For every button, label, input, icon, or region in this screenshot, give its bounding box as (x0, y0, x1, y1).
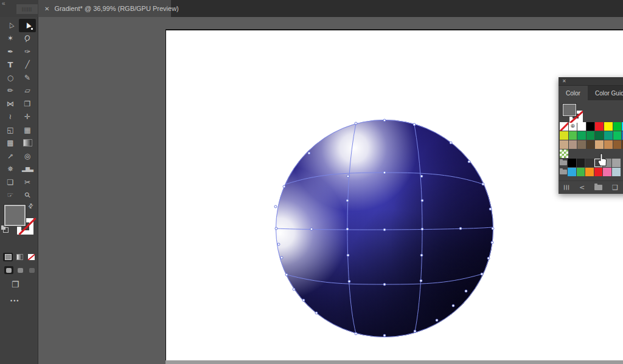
swatch[interactable] (595, 122, 604, 131)
tool-curvature-tool[interactable]: ✑ (19, 45, 36, 58)
tool-blend-tool[interactable]: ◎ (19, 149, 36, 163)
swatch[interactable] (595, 131, 604, 140)
swatch[interactable] (613, 140, 622, 149)
collapse-panel-icon[interactable]: « (2, 0, 5, 7)
swatch[interactable] (577, 168, 585, 176)
default-fill-stroke-icon[interactable] (1, 225, 9, 233)
color-button[interactable] (3, 253, 13, 261)
eyedropper-tool-icon: ⊸ (5, 151, 15, 161)
swatch[interactable] (612, 168, 621, 176)
tool-paintbrush-tool[interactable]: ✎ (19, 71, 36, 84)
swatch[interactable] (577, 140, 586, 149)
tool-width-tool[interactable]: ≀ (2, 111, 19, 124)
tool-gradient-tool[interactable] (19, 137, 36, 150)
tool-eyedropper-tool[interactable]: ⊸ (2, 149, 19, 163)
tool-reflect-tool[interactable]: ⋈ (2, 97, 19, 111)
swatch-pattern[interactable] (560, 149, 568, 158)
draw-normal-button[interactable] (4, 266, 13, 274)
tool-shaper-tool[interactable]: ✏ (2, 84, 19, 98)
swatch[interactable] (569, 140, 577, 149)
swatch[interactable] (603, 168, 611, 176)
swatch[interactable] (604, 131, 613, 140)
draw-behind-button[interactable] (16, 266, 25, 274)
swatch[interactable] (613, 122, 622, 131)
close-panel-icon[interactable]: ✕ (562, 78, 566, 84)
tool-symbol-sprayer-tool[interactable]: ✵ (2, 163, 19, 176)
line-segment-tool-icon: ╱ (25, 60, 29, 69)
gradient-mesh-object[interactable] (276, 120, 493, 337)
panel-fill-swatch[interactable] (563, 104, 576, 116)
tab-color[interactable]: Color (559, 86, 588, 100)
color-group-folder-icon[interactable] (560, 170, 567, 174)
width-tool-icon: ≀ (9, 112, 12, 121)
tab-color-guide[interactable]: Color Guide (588, 86, 623, 100)
tool-eraser-tool[interactable]: ▱ (19, 84, 36, 98)
tool-mesh-tool[interactable]: ▩ (2, 137, 19, 150)
edit-toolbar-button[interactable]: ••• (10, 298, 19, 304)
swatch-none[interactable] (560, 122, 568, 131)
swatch[interactable] (612, 159, 621, 167)
gradient-button[interactable] (15, 253, 24, 261)
color-group-folder-icon[interactable] (560, 160, 567, 165)
swatch-drop-target[interactable] (594, 159, 603, 167)
tool-puppet-warp-tool[interactable]: ✛ (19, 111, 36, 124)
tool-direct-selection-tool[interactable]: ▶ (19, 19, 36, 32)
swatch[interactable] (613, 131, 622, 140)
swatch[interactable] (568, 168, 576, 176)
tool-column-graph-tool[interactable]: ▂▆▃ (19, 163, 36, 176)
swatch[interactable] (577, 122, 586, 131)
reflect-tool-icon: ⋈ (7, 100, 14, 108)
swatch[interactable] (594, 168, 603, 176)
document-tab[interactable]: ✕ Gradient* @ 36,99% (RGB/GPU Preview) (38, 0, 171, 17)
eraser-tool-icon: ▱ (24, 86, 30, 95)
swatch[interactable] (604, 122, 613, 131)
swatch[interactable] (595, 140, 604, 149)
swatch[interactable] (586, 131, 595, 140)
tool-ellipse-tool[interactable]: ○ (2, 71, 19, 84)
tool-scale-tool[interactable]: ❐ (19, 97, 36, 111)
tool-magic-wand-tool[interactable]: ✶ (2, 32, 19, 46)
none-button-icon (28, 254, 35, 260)
horizontal-scrollbar[interactable] (165, 360, 623, 364)
change-screen-mode-button[interactable]: ❐ (12, 280, 19, 289)
magic-wand-tool-icon: ✶ (7, 34, 13, 43)
tool-type-tool[interactable]: T (2, 58, 19, 72)
swatch[interactable] (603, 159, 611, 167)
new-swatch-icon[interactable]: ❑ (612, 184, 618, 191)
swatch[interactable] (585, 168, 594, 176)
new-color-group-icon[interactable] (594, 185, 602, 190)
swatch[interactable] (569, 131, 577, 140)
tool-shape-builder-tool[interactable]: ◱ (2, 123, 19, 137)
swatch[interactable] (586, 122, 595, 131)
swap-fill-stroke-icon[interactable]: ⇄ (26, 202, 35, 210)
swatch[interactable] (577, 159, 585, 167)
swatch[interactable] (585, 159, 594, 167)
tool-line-segment-tool[interactable]: ╱ (19, 58, 36, 72)
none-button[interactable] (26, 253, 36, 261)
fill-swatch[interactable] (4, 205, 26, 226)
swatch[interactable] (560, 140, 568, 149)
draw-inside-button[interactable] (27, 266, 37, 274)
tool-slice-tool[interactable]: ✂ (19, 176, 36, 189)
swatch-libraries-icon[interactable]: ☰ (562, 185, 570, 191)
swatch[interactable] (568, 159, 576, 167)
tool-artboard-tool[interactable]: ❏ (2, 176, 19, 189)
swatch[interactable] (577, 131, 586, 140)
color-button-icon (5, 254, 12, 260)
swatch[interactable] (604, 140, 613, 149)
tool-lasso-tool[interactable]: Ϙ (19, 32, 36, 46)
tool-pen-tool[interactable]: ✒ (2, 45, 19, 58)
swatch[interactable] (560, 131, 568, 140)
swatch[interactable] (586, 140, 595, 149)
show-swatch-kinds-icon[interactable]: < (579, 184, 585, 191)
panel-header[interactable]: ✕ (559, 77, 623, 86)
draw-behind-button-icon (18, 268, 23, 273)
tool-selection-tool[interactable]: ▷ (2, 19, 19, 32)
toolbar-drag-grip[interactable]: |||||| (16, 4, 38, 14)
swatch-registration[interactable]: ⊕ (569, 122, 577, 131)
tool-hand-tool[interactable]: ☞ (2, 189, 19, 202)
shape-builder-tool-icon: ◱ (7, 126, 13, 134)
tool-perspective-grid-tool[interactable]: ▦ (19, 123, 36, 137)
close-document-icon[interactable]: ✕ (44, 5, 49, 12)
tool-zoom-tool[interactable]: ⚲ (19, 189, 36, 202)
